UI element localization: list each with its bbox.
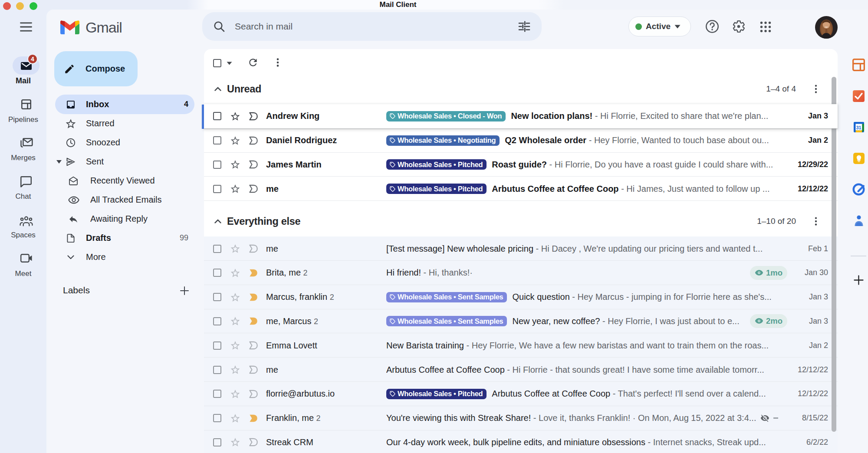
svg-text:31: 31 [856, 125, 861, 130]
